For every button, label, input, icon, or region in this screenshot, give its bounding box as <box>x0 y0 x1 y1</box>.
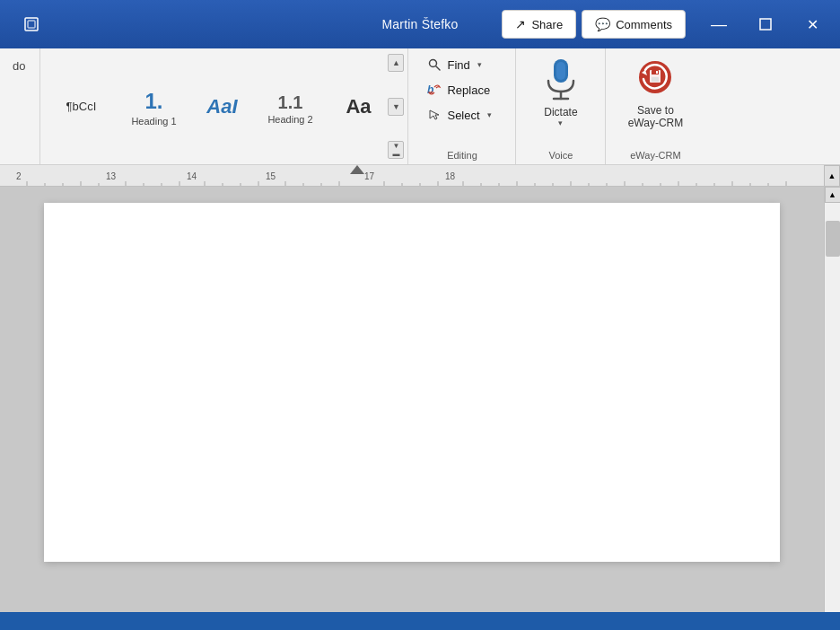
svg-text:17: 17 <box>364 171 375 181</box>
styles-scroll-down[interactable]: ▼ <box>388 98 404 116</box>
dictate-label: Dictate <box>544 106 577 118</box>
document-area: ▲ <box>0 187 840 612</box>
scroll-thumb[interactable] <box>826 221 840 257</box>
replace-button[interactable]: b Replace <box>419 79 504 101</box>
svg-rect-14 <box>652 77 659 82</box>
styles-panel: ¶bCcI 1. Heading 1 AaI 1.1 Heading 2 Aa <box>40 48 408 164</box>
style-item-aa[interactable]: Aa <box>331 93 385 122</box>
style-item-h1[interactable]: 1. Heading 1 <box>118 87 189 128</box>
voice-label: Voice <box>549 146 573 161</box>
status-bar <box>0 612 840 630</box>
find-button[interactable]: Find ▾ <box>419 54 504 75</box>
microphone-icon <box>543 57 579 104</box>
style-preview-h2: 1.1 <box>278 92 303 112</box>
svg-text:13: 13 <box>106 171 117 181</box>
svg-text:14: 14 <box>187 171 197 181</box>
style-item-h1-text[interactable]: AaI <box>195 93 249 122</box>
find-caret: ▾ <box>477 60 482 69</box>
select-caret: ▾ <box>487 110 492 119</box>
dictate-button[interactable]: Dictate ▾ <box>536 54 586 146</box>
title-bar-title: Martin Štefko <box>381 17 458 31</box>
svg-line-4 <box>436 66 440 70</box>
vertical-scrollbar[interactable]: ▲ <box>824 187 840 612</box>
pin-restore-button[interactable] <box>11 10 52 39</box>
editing-group: Find ▾ b Replace <box>408 48 516 164</box>
share-button[interactable]: ↗ Share <box>502 10 576 39</box>
svg-point-3 <box>430 60 437 67</box>
ruler-svg: 2 13 14 15 17 <box>0 165 840 187</box>
eway-group: Save to eWay-CRM eWay-CRM <box>606 48 704 164</box>
styles-expand[interactable]: ▼▬ <box>388 141 404 159</box>
style-preview-h1: 1. <box>144 90 162 113</box>
styles-scroll-up[interactable]: ▲ <box>388 54 404 72</box>
ruler: 2 13 14 15 17 <box>0 165 840 187</box>
share-icon: ↗ <box>515 17 526 31</box>
style-preview-h1-text: AaI <box>206 96 237 118</box>
editing-label: Editing <box>447 146 477 161</box>
minimize-button[interactable]: — <box>698 10 739 39</box>
document-page[interactable] <box>44 203 780 562</box>
style-name-h1: Heading 1 <box>131 116 176 127</box>
ribbon: do ¶bCcI 1. Heading 1 AaI 1.1 Heading <box>0 48 840 165</box>
svg-rect-15 <box>656 71 658 74</box>
svg-rect-2 <box>760 19 771 30</box>
style-preview-normal: ¶bCcI <box>66 101 97 113</box>
save-to-label: Save to eWay-CRM <box>628 104 684 130</box>
scroll-up-button[interactable]: ▲ <box>825 187 841 203</box>
save-to-eway-button[interactable]: Save to eWay-CRM <box>621 54 691 146</box>
style-item-normal[interactable]: ¶bCcI <box>49 98 112 118</box>
style-item-h2[interactable]: 1.1 Heading 2 <box>254 90 326 127</box>
svg-text:15: 15 <box>266 171 276 181</box>
doc-viewport <box>0 187 824 612</box>
comments-icon: 💬 <box>595 17 610 31</box>
comments-button[interactable]: 💬 Comments <box>582 10 686 39</box>
styles-row: ¶bCcI 1. Heading 1 AaI 1.1 Heading 2 Aa <box>49 56 398 161</box>
svg-rect-7 <box>556 62 565 80</box>
eway-icon <box>634 57 676 104</box>
select-icon <box>427 108 442 122</box>
title-bar: Martin Štefko ↗ Share 💬 Comments — ✕ <box>0 0 840 48</box>
svg-text:2: 2 <box>16 171 22 181</box>
style-preview-aa: Aa <box>346 96 371 118</box>
dictate-caret: ▾ <box>558 118 563 127</box>
svg-rect-0 <box>25 18 38 31</box>
voice-group: Dictate ▾ Voice <box>516 48 606 164</box>
close-button[interactable]: ✕ <box>792 10 833 39</box>
style-name-h2: Heading 2 <box>267 114 312 125</box>
find-icon <box>427 57 442 72</box>
editing-group-content: Find ▾ b Replace <box>419 54 504 146</box>
undo-partial-text: do <box>4 56 34 76</box>
ruler-scroll-up[interactable]: ▲ <box>824 165 840 187</box>
svg-rect-1 <box>28 21 35 28</box>
replace-icon: b <box>427 83 442 97</box>
select-button[interactable]: Select ▾ <box>419 104 504 126</box>
maximize-button[interactable] <box>745 10 786 39</box>
eway-label: eWay-CRM <box>630 146 680 161</box>
svg-text:18: 18 <box>445 171 456 181</box>
